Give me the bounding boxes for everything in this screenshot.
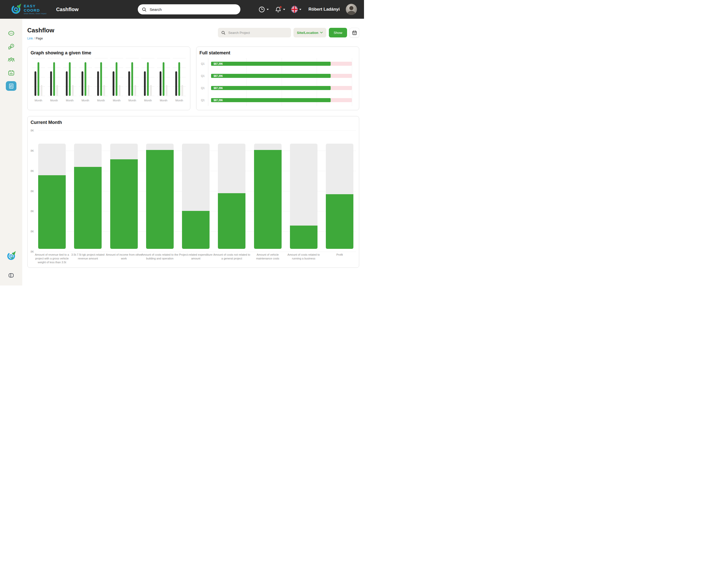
main-content: Cashflow Link/Page Site/Location <box>22 19 364 286</box>
collapse-sidebar-button[interactable] <box>8 272 14 278</box>
mini-bar-primary-dark <box>160 71 161 96</box>
project-search[interactable] <box>218 28 291 37</box>
mini-bar-group: Month <box>156 58 171 102</box>
month-bar-label: Amount of costs related to running a bus… <box>285 253 322 260</box>
statement-row: Q1$87,396 <box>211 62 352 66</box>
mini-bar-group-label: Month <box>175 99 183 102</box>
month-bar-track <box>110 144 138 249</box>
global-search[interactable] <box>138 4 241 14</box>
search-icon <box>221 31 226 35</box>
mini-bar-group-plot <box>109 58 125 96</box>
mini-bar-muted-gray <box>72 85 74 96</box>
site-location-dropdown[interactable]: Site/Location <box>293 28 326 37</box>
statement-bar-value: $87,396 <box>211 99 223 102</box>
mini-bar-group-label: Month <box>35 99 42 102</box>
mini-bar-group-label: Month <box>160 99 168 102</box>
y-axis-tick-label: 8K <box>31 129 34 132</box>
statement-bar-value: $87,396 <box>211 75 223 77</box>
calendar-button[interactable] <box>349 28 359 37</box>
full-statement-chart: Q1$87,396Q1$87,396Q1$87,396Q1$87,396 <box>211 62 352 102</box>
breadcrumb-separator: / <box>34 37 35 40</box>
notification-badge <box>280 6 282 8</box>
card-graph-given-time: Graph showing a given time MonthMonthMon… <box>27 46 190 110</box>
show-button[interactable]: Show <box>329 28 347 37</box>
statement-bar-track: $87,396 <box>211 98 352 102</box>
mini-bar-cluster <box>175 58 183 96</box>
language-dropdown[interactable] <box>291 6 301 13</box>
notifications-dropdown[interactable] <box>275 6 285 13</box>
sidebar-item-comment[interactable] <box>6 28 16 38</box>
gridline <box>38 130 356 131</box>
statement-bar-fill: $87,396 <box>211 86 331 90</box>
mini-bar-group-plot <box>140 58 156 96</box>
report-list-icon <box>8 83 15 90</box>
month-bar-label: Amount of revenue tied to a project with… <box>33 253 71 264</box>
chevron-down-icon <box>299 9 301 10</box>
mini-bar-primary-dark <box>175 71 177 96</box>
stats-calendar-icon <box>8 70 15 76</box>
page-controls: Site/Location Show <box>218 28 359 37</box>
current-month-chart: 8K8K8K8K8K8K8KAmount of revenue tied to … <box>31 127 356 268</box>
statement-bar-value: $87,396 <box>211 63 223 65</box>
user-name[interactable]: Róbert Ladányi <box>308 7 340 12</box>
brand-name-line2: COORD <box>24 8 46 12</box>
breadcrumb-link[interactable]: Link <box>27 37 33 40</box>
mini-bar-primary-green <box>53 62 55 96</box>
brand-logo-icon <box>10 3 22 16</box>
mini-bar-cluster <box>113 58 121 96</box>
month-bar-fill <box>182 211 209 249</box>
chevron-down-icon <box>267 9 269 10</box>
team-icon <box>8 56 15 63</box>
mini-bar-primary-dark <box>66 71 67 96</box>
avatar[interactable] <box>346 4 357 15</box>
statement-bar-track: $87,396 <box>211 74 352 78</box>
month-bar-label: Amount of vehicle maintenance costs <box>249 253 287 260</box>
search-icon <box>142 7 147 12</box>
month-bar-label: Project-related expenditure amount <box>177 253 215 260</box>
mini-bar-primary-green <box>37 62 39 96</box>
mini-bar-cluster <box>66 58 74 96</box>
calendar-icon <box>352 30 357 35</box>
mini-bar-group-label: Month <box>66 99 74 102</box>
mini-bar-primary-green <box>163 62 165 96</box>
statement-bar-track: $87,396 <box>211 62 352 66</box>
sidebar-item-team[interactable] <box>6 55 16 65</box>
y-axis-tick-label: 8K <box>31 149 34 152</box>
statement-row: Q1$87,396 <box>211 98 352 102</box>
mini-bar-cluster <box>97 58 105 96</box>
month-bar-fill <box>326 194 353 249</box>
statement-row: Q1$87,396 <box>211 86 352 90</box>
month-bar-fill <box>146 150 174 249</box>
project-search-input[interactable] <box>228 31 288 35</box>
mini-bar-primary-green <box>100 62 102 96</box>
mini-bar-primary-green <box>147 62 149 96</box>
month-bar-fill <box>290 226 317 249</box>
sidebar-item-stats[interactable] <box>6 68 16 78</box>
sidebar-item-help[interactable]: ? <box>6 42 16 51</box>
app-title: Cashflow <box>56 7 79 12</box>
y-axis-tick-label: 8K <box>31 169 34 173</box>
y-axis-tick-label: 8K <box>31 190 34 193</box>
sidebar-item-reports[interactable] <box>6 81 16 91</box>
mini-bar-group-label: Month <box>113 99 121 102</box>
mini-bar-primary-dark <box>128 71 130 96</box>
mini-bar-primary-dark <box>82 71 83 96</box>
month-bar-track <box>218 144 246 249</box>
mini-bar-cluster <box>82 58 89 96</box>
global-search-input[interactable] <box>149 7 236 12</box>
mini-bar-group-label: Month <box>128 99 136 102</box>
mini-bar-cluster <box>50 58 58 96</box>
sidebar-bottom <box>6 251 16 286</box>
month-bar-track <box>146 144 174 249</box>
time-dropdown[interactable] <box>258 6 269 13</box>
mini-bar-muted-gray <box>135 85 136 96</box>
card-title: Graph showing a given time <box>31 50 187 55</box>
statement-bar-value: $87,396 <box>211 87 223 90</box>
mini-bar-cluster <box>144 58 152 96</box>
statement-row-label: Q1 <box>201 99 205 102</box>
mini-bar-group-label: Month <box>82 99 89 102</box>
y-axis-tick-label: 8K <box>31 210 34 213</box>
breadcrumb: Link/Page <box>27 37 54 40</box>
site-location-label: Site/Location <box>297 31 318 35</box>
comment-icon <box>8 30 15 37</box>
